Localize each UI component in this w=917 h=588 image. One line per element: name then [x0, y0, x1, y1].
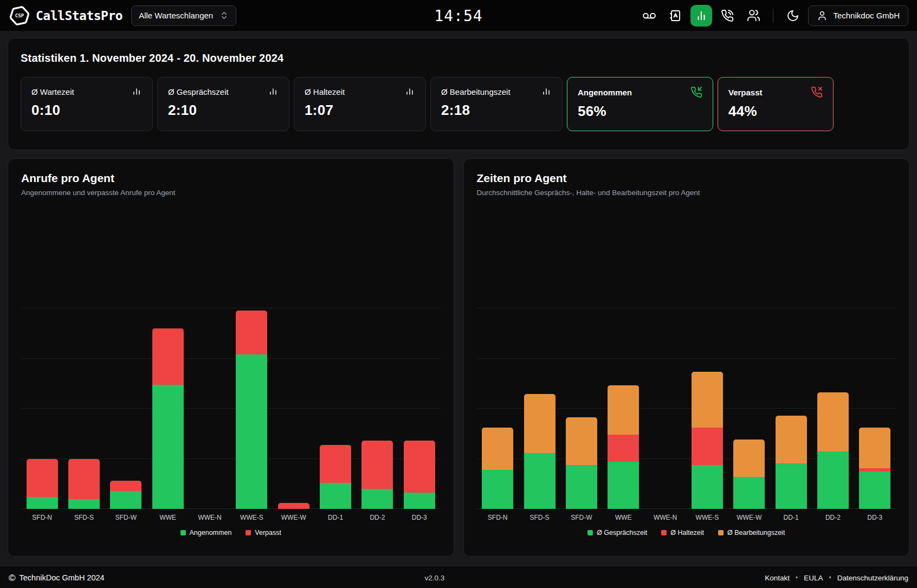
- chart-plot-area: [477, 202, 896, 509]
- stat-card-verpasst: Verpasst 44%: [718, 77, 834, 131]
- navbar-divider: [773, 9, 773, 23]
- x-axis-labels: SFD-NSFD-SSFD-WWWEWWE-NWWE-SWWE-WDD-1DD-…: [21, 514, 441, 521]
- bar-segment-Verpasst: [110, 481, 141, 491]
- legend-swatch: [661, 530, 667, 535]
- bar-segment-Angenommen: [27, 497, 58, 509]
- bar-group-DD-1: [314, 202, 356, 509]
- x-axis-label: WWE-N: [644, 514, 686, 521]
- legend-item-Ø Gesprächszeit[interactable]: Ø Gesprächszeit: [587, 529, 647, 537]
- legend-label: Verpasst: [255, 529, 281, 537]
- stat-label: Ø Bearbeitungszeit: [441, 87, 511, 96]
- chart-plot-area: [21, 202, 441, 509]
- bar-group-DD-3: [398, 202, 440, 509]
- x-axis-labels: SFD-NSFD-SSFD-WWWEWWE-NWWE-SWWE-WDD-1DD-…: [477, 514, 896, 521]
- bar-segment-Ø Bearbeitungszeit: [482, 428, 513, 470]
- legend-item-Ø Haltezeit[interactable]: Ø Haltezeit: [661, 529, 704, 537]
- bar-group-WWE-S: [231, 202, 273, 509]
- account-button[interactable]: Technikdoc GmbH: [808, 5, 908, 26]
- legend-item-Ø Bearbeitungszeit[interactable]: Ø Bearbeitungszeit: [718, 529, 785, 537]
- phone-incoming-icon: [690, 86, 702, 98]
- bar-segment-Ø Haltezeit: [692, 428, 723, 465]
- statistics-button[interactable]: [690, 5, 712, 27]
- stat-value: 56%: [578, 103, 702, 120]
- x-axis-label: DD-3: [854, 514, 896, 521]
- queue-selector-value: Alle Warteschlangen: [139, 11, 213, 20]
- dot-separator: •: [796, 574, 798, 581]
- bar-segment-Angenommen: [110, 491, 141, 509]
- bar-segment-Verpasst: [236, 311, 267, 354]
- copyright-icon: ©: [9, 573, 16, 583]
- legend-swatch: [587, 530, 593, 535]
- bar-segment-Ø Gesprächszeit: [566, 465, 597, 509]
- footer-link-eula[interactable]: EULA: [804, 574, 823, 582]
- dot-separator: •: [829, 574, 831, 581]
- bar-chart-icon: [404, 86, 415, 97]
- x-axis-label: SFD-N: [21, 514, 63, 521]
- x-axis-label: DD-1: [314, 514, 356, 521]
- bar-group-SFD-N: [21, 202, 63, 509]
- app-title: CallStatsPro: [36, 9, 122, 23]
- bar-group-WWE-W: [728, 202, 770, 509]
- phone-missed-icon: [811, 86, 823, 98]
- stat-value: 0:10: [31, 102, 142, 119]
- stat-label: Ø Haltezeit: [305, 87, 345, 96]
- bar-chart-icon: [131, 86, 142, 97]
- legend-swatch: [718, 530, 724, 535]
- phone-button[interactable]: [716, 5, 738, 27]
- x-axis-label: WWE-N: [189, 514, 230, 521]
- address-book-button[interactable]: [664, 5, 686, 27]
- top-navbar: CSP CallStatsPro Alle Warteschlangen 14:…: [0, 0, 917, 31]
- stat-card-wartezeit: Ø Wartezeit 0:10: [21, 77, 153, 131]
- bar-segment-Verpasst: [278, 503, 309, 509]
- team-button[interactable]: [742, 5, 764, 27]
- chart-subtitle: Durchschnittliche Gesprächs-, Halte- und…: [477, 189, 896, 197]
- bar-group-WWE: [603, 202, 644, 509]
- stat-value: 2:10: [168, 102, 279, 119]
- x-axis-label: WWE: [147, 514, 189, 521]
- bar-group-DD-2: [812, 202, 854, 509]
- bar-group-SFD-S: [63, 202, 105, 509]
- x-axis-label: SFD-S: [63, 514, 105, 521]
- calls-per-agent-chart-card: Anrufe pro Agent Angenommene und verpass…: [8, 158, 454, 557]
- legend-swatch: [246, 530, 251, 535]
- footer-link-datenschutz[interactable]: Datenschutzerklärung: [837, 574, 908, 582]
- bar-group-SFD-S: [519, 202, 560, 509]
- bar-segment-Verpasst: [320, 445, 351, 483]
- chart-title: Anrufe pro Agent: [21, 172, 441, 185]
- queue-selector-dropdown[interactable]: Alle Warteschlangen: [131, 5, 236, 26]
- footer-copyright: © TechnikDoc GmbH 2024: [9, 573, 105, 583]
- x-axis-label: DD-2: [357, 514, 398, 521]
- theme-toggle-button[interactable]: [782, 5, 804, 27]
- bar-segment-Ø Gesprächszeit: [817, 451, 849, 509]
- bar-chart-icon: [268, 86, 279, 97]
- bar-chart-icon: [541, 86, 552, 97]
- chevrons-up-down-icon: [219, 11, 229, 20]
- footer: © TechnikDoc GmbH 2024 v2.0.3 Kontakt • …: [0, 566, 917, 588]
- x-axis-label: DD-1: [770, 514, 812, 521]
- bar-group-SFD-W: [560, 202, 602, 509]
- x-axis-label: SFD-S: [519, 514, 560, 521]
- bar-segment-Ø Haltezeit: [608, 435, 639, 462]
- stat-value: 44%: [728, 103, 823, 120]
- user-icon: [817, 10, 828, 21]
- bar-group-WWE: [147, 202, 189, 509]
- footer-link-kontakt[interactable]: Kontakt: [765, 574, 790, 582]
- bar-group-SFD-N: [477, 202, 519, 509]
- bar-segment-Ø Gesprächszeit: [692, 465, 723, 509]
- bar-segment-Verpasst: [404, 441, 435, 493]
- bar-segment-Verpasst: [68, 459, 100, 499]
- bar-segment-Angenommen: [236, 354, 267, 509]
- bar-group-SFD-W: [105, 202, 147, 509]
- copyright-text: TechnikDoc GmbH 2024: [20, 573, 105, 582]
- bar-segment-Verpasst: [152, 328, 184, 385]
- legend-item-Verpasst[interactable]: Verpasst: [246, 529, 281, 537]
- bar-segment-Ø Bearbeitungszeit: [692, 372, 723, 428]
- legend-swatch: [180, 530, 186, 535]
- bar-segment-Angenommen: [68, 499, 100, 509]
- bar-segment-Ø Bearbeitungszeit: [733, 440, 765, 477]
- stat-card-angenommen: Angenommen 56%: [567, 77, 713, 131]
- legend-item-Angenommen[interactable]: Angenommen: [180, 529, 232, 537]
- stat-value: 1:07: [305, 102, 415, 119]
- voicemail-button[interactable]: [638, 5, 660, 27]
- x-axis-label: WWE-S: [686, 514, 728, 521]
